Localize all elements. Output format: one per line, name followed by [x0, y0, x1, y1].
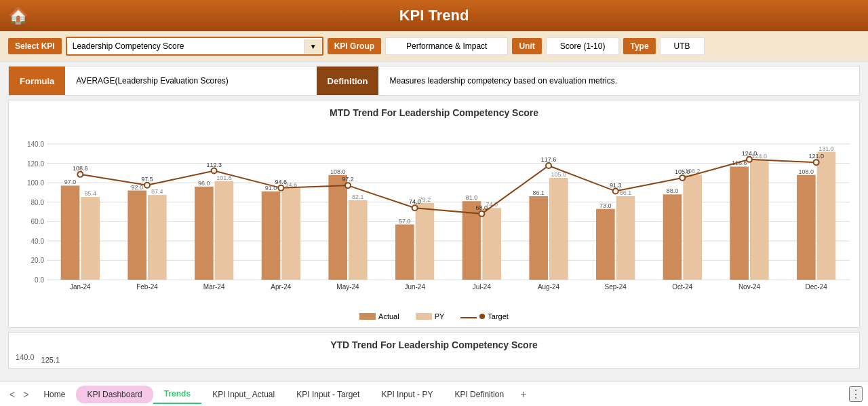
mtd-chart-svg-wrapper: 0.020.040.060.080.0100.0120.0140.097.085… [16, 124, 852, 310]
legend-actual: Actual [359, 312, 399, 320]
svg-text:105.0: 105.0 [675, 168, 690, 175]
kpi-dropdown-arrow[interactable]: ▼ [304, 39, 322, 54]
svg-text:57.0: 57.0 [399, 218, 411, 225]
svg-text:97.2: 97.2 [342, 176, 354, 183]
svg-text:121.0: 121.0 [808, 153, 824, 160]
svg-rect-53 [549, 178, 568, 280]
svg-text:Mar-24: Mar-24 [203, 283, 225, 291]
legend-actual-swatch [359, 313, 376, 320]
svg-rect-28 [215, 181, 234, 280]
svg-point-84 [345, 183, 351, 188]
svg-rect-58 [616, 196, 635, 280]
svg-text:120.0: 120.0 [27, 160, 44, 168]
svg-rect-71 [797, 175, 816, 280]
chart-legend: Actual PY Target [16, 312, 852, 320]
tab-item-kpi-definition[interactable]: KPI Definition [443, 386, 515, 403]
page-header: 🏠 KPI Trend [0, 0, 868, 31]
ytd-y-max-label: 140.0 [16, 353, 35, 361]
tabs-list: HomeKPI DashboardTrendsKPI Input_ Actual… [33, 385, 515, 404]
svg-rect-41 [395, 225, 414, 280]
formula-content: AVERAGE(Leadership Evaluation Scores) [65, 67, 316, 95]
ytd-first-value: 125.1 [41, 353, 60, 365]
svg-point-88 [479, 211, 484, 217]
tab-item-kpi-input---target[interactable]: KPI Input - Target [285, 386, 370, 403]
svg-text:60.0: 60.0 [31, 218, 45, 225]
svg-text:20.0: 20.0 [31, 257, 45, 264]
kpi-group-label: KPI Group [328, 38, 381, 54]
formula-definition-bar: Formula AVERAGE(Leadership Evaluation Sc… [8, 66, 860, 96]
type-value: UTB [660, 37, 705, 55]
svg-text:Jun-24: Jun-24 [404, 283, 425, 291]
svg-text:112.3: 112.3 [206, 162, 222, 168]
svg-text:Sep-24: Sep-24 [605, 283, 627, 291]
svg-text:81.0: 81.0 [466, 194, 478, 201]
tab-item-kpi-input_-actual[interactable]: KPI Input_ Actual [201, 386, 285, 403]
legend-py-label: PY [435, 312, 445, 320]
tab-more-button[interactable]: ⋮ [849, 386, 863, 402]
tab-add-button[interactable]: + [515, 386, 532, 403]
svg-point-94 [679, 175, 685, 181]
kpi-select-wrapper[interactable]: Leadership Competency Score ▼ [66, 37, 323, 56]
kpi-group-value: Performance & Impact [385, 37, 508, 55]
svg-point-82 [278, 185, 283, 191]
svg-text:87.4: 87.4 [151, 188, 163, 195]
mtd-chart-svg: 0.020.040.060.080.0100.0120.0140.097.085… [16, 124, 856, 307]
svg-text:108.0: 108.0 [330, 168, 346, 175]
svg-point-90 [546, 163, 551, 168]
svg-rect-31 [262, 191, 281, 280]
svg-text:Dec-24: Dec-24 [806, 283, 828, 291]
type-label: Type [623, 38, 655, 54]
tab-item-kpi-input---py[interactable]: KPI Input - PY [370, 386, 443, 403]
legend-target-label: Target [488, 312, 509, 320]
svg-text:91.3: 91.3 [610, 182, 622, 189]
svg-text:Apr-24: Apr-24 [271, 283, 291, 291]
svg-text:124.0: 124.0 [742, 150, 757, 157]
svg-rect-33 [281, 188, 300, 280]
svg-text:96.0: 96.0 [198, 180, 210, 187]
tab-nav-prev[interactable]: < [5, 386, 19, 403]
svg-text:Nov-24: Nov-24 [738, 283, 761, 291]
svg-text:131.9: 131.9 [818, 145, 834, 152]
svg-rect-16 [61, 185, 80, 280]
legend-py-swatch [416, 313, 432, 320]
svg-rect-63 [683, 174, 702, 280]
home-icon[interactable]: 🏠 [8, 6, 28, 25]
legend-target-line [460, 317, 477, 318]
tab-item-home[interactable]: Home [33, 386, 76, 403]
svg-text:97.5: 97.5 [141, 176, 153, 183]
svg-text:108.0: 108.0 [799, 168, 814, 175]
legend-py: PY [416, 312, 445, 320]
unit-label: Unit [512, 38, 541, 54]
bottom-tab-bar: < > HomeKPI DashboardTrendsKPI Input_ Ac… [0, 382, 868, 406]
legend-target-dot [479, 314, 485, 319]
legend-actual-label: Actual [378, 312, 399, 320]
svg-point-98 [814, 160, 819, 165]
ytd-chart-body: 140.0 125.1 [16, 353, 852, 365]
svg-rect-18 [81, 197, 100, 280]
svg-point-96 [747, 157, 752, 162]
svg-text:40.0: 40.0 [31, 238, 45, 245]
svg-rect-48 [482, 208, 501, 280]
svg-point-76 [77, 172, 83, 177]
definition-tab: Definition [317, 67, 379, 95]
svg-rect-43 [416, 203, 435, 280]
tab-item-kpi-dashboard[interactable]: KPI Dashboard [76, 386, 153, 403]
svg-rect-21 [127, 191, 146, 280]
tab-item-trends[interactable]: Trends [153, 385, 201, 404]
tab-nav-next[interactable]: > [19, 386, 33, 403]
svg-text:88.0: 88.0 [667, 187, 679, 194]
svg-text:97.0: 97.0 [64, 179, 77, 185]
svg-text:86.1: 86.1 [532, 189, 545, 196]
svg-text:Oct-24: Oct-24 [672, 283, 692, 291]
svg-rect-68 [750, 160, 769, 280]
svg-text:Aug-24: Aug-24 [538, 283, 560, 291]
svg-rect-36 [328, 175, 347, 280]
svg-rect-26 [195, 187, 214, 280]
svg-point-80 [212, 168, 217, 174]
ytd-chart-container: YTD Trend For Leadership Competency Scor… [8, 332, 860, 369]
svg-rect-56 [596, 209, 615, 280]
svg-text:117.6: 117.6 [541, 156, 557, 163]
svg-text:74.0: 74.0 [409, 198, 421, 205]
svg-text:80.0: 80.0 [31, 199, 45, 206]
svg-rect-73 [817, 152, 836, 280]
